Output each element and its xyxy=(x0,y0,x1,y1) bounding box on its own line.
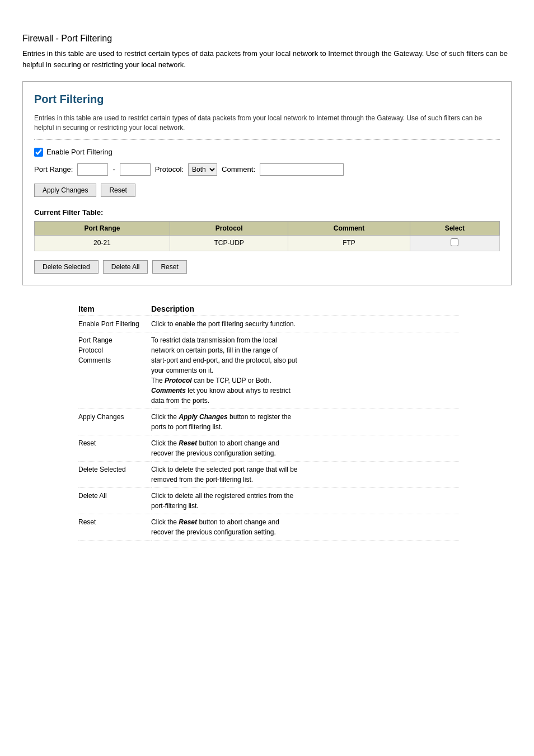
col-port-range: Port Range xyxy=(35,221,170,235)
desc-row-delete-selected: Delete Selected Click to delete the sele… xyxy=(78,461,459,487)
comment-label: Comment: xyxy=(222,165,255,173)
cell-port-range: 20-21 xyxy=(35,235,170,251)
cell-protocol: TCP-UDP xyxy=(170,235,288,251)
desc-item-apply: Apply Changes xyxy=(78,408,151,435)
port-range-label: Port Range: xyxy=(34,165,73,173)
current-filter-label: Current Filter Table: xyxy=(34,208,500,217)
delete-selected-button[interactable]: Delete Selected xyxy=(34,260,99,274)
protocol-select[interactable]: Both TCP UDP xyxy=(188,163,217,176)
filter-table: Port Range Protocol Comment Select 20-21… xyxy=(34,221,500,251)
desc-desc-reset1: Click the Reset button to abort change a… xyxy=(151,435,459,461)
col-select: Select xyxy=(410,221,499,235)
port-end-input[interactable] xyxy=(120,163,151,176)
panel-desc: Entries in this table are used to restri… xyxy=(34,114,500,140)
desc-row-portrange: Port RangeProtocolComments To restrict d… xyxy=(78,332,459,408)
desc-desc-reset2: Click the Reset button to abort change a… xyxy=(151,514,459,540)
bottom-btn-row: Delete Selected Delete All Reset xyxy=(34,260,500,274)
desc-item-portrange: Port RangeProtocolComments xyxy=(78,332,151,408)
comment-input[interactable] xyxy=(260,163,344,176)
reset-bold-2: Reset xyxy=(179,518,197,526)
port-range-row: Port Range: - Protocol: Both TCP UDP Com… xyxy=(34,163,500,176)
desc-desc-delete-selected: Click to delete the selected port range … xyxy=(151,461,459,487)
reset-button[interactable]: Reset xyxy=(101,184,135,197)
col-comment: Comment xyxy=(288,221,410,235)
desc-desc-delete-all: Click to delete all the registered entri… xyxy=(151,487,459,514)
port-filtering-panel: Port Filtering Entries in this table are… xyxy=(22,81,512,285)
protocol-label: Protocol: xyxy=(155,165,184,173)
desc-desc-apply: Click the Apply Changes button to regist… xyxy=(151,408,459,435)
col-protocol: Protocol xyxy=(170,221,288,235)
apply-changes-bold: Apply Changes xyxy=(179,413,227,421)
desc-item-delete-all: Delete All xyxy=(78,487,151,514)
comments-bold: Comments xyxy=(151,387,186,395)
port-range-dash: - xyxy=(113,165,115,173)
reset-bold-1: Reset xyxy=(179,439,197,447)
top-btn-row: Apply Changes Reset xyxy=(34,184,500,197)
desc-item-reset2: Reset xyxy=(78,514,151,540)
desc-row-reset2: Reset Click the Reset button to abort ch… xyxy=(78,514,459,540)
table-row: 20-21 TCP-UDP FTP xyxy=(35,235,500,251)
page-description: Entries in this table are used to restri… xyxy=(22,48,512,70)
description-table-container: Item Description Enable Port Filtering C… xyxy=(78,302,512,541)
panel-title: Port Filtering xyxy=(34,93,500,106)
desc-row-enable: Enable Port Filtering Click to enable th… xyxy=(78,316,459,332)
desc-col-description: Description xyxy=(151,302,459,316)
desc-col-item: Item xyxy=(78,302,151,316)
page-title: Firewall - Port Filtering xyxy=(22,34,512,44)
desc-row-apply: Apply Changes Click the Apply Changes bu… xyxy=(78,408,459,435)
reset2-button[interactable]: Reset xyxy=(152,260,186,274)
enable-port-filtering-label: Enable Port Filtering xyxy=(46,148,113,156)
delete-all-button[interactable]: Delete All xyxy=(103,260,148,274)
enable-port-filtering-row: Enable Port Filtering xyxy=(34,148,500,157)
desc-desc-enable: Click to enable the port filtering secur… xyxy=(151,316,459,332)
desc-row-delete-all: Delete All Click to delete all the regis… xyxy=(78,487,459,514)
desc-item-delete-selected: Delete Selected xyxy=(78,461,151,487)
cell-comment: FTP xyxy=(288,235,410,251)
cell-select xyxy=(410,235,499,251)
desc-item-enable: Enable Port Filtering xyxy=(78,316,151,332)
row-select-checkbox[interactable] xyxy=(451,238,458,246)
protocol-bold: Protocol xyxy=(165,377,192,384)
desc-item-reset1: Reset xyxy=(78,435,151,461)
desc-desc-portrange: To restrict data transmission from the l… xyxy=(151,332,459,408)
port-start-input[interactable] xyxy=(77,163,108,176)
desc-row-reset1: Reset Click the Reset button to abort ch… xyxy=(78,435,459,461)
description-table: Item Description Enable Port Filtering C… xyxy=(78,302,459,541)
apply-changes-button[interactable]: Apply Changes xyxy=(34,184,96,197)
enable-port-filtering-checkbox[interactable] xyxy=(34,148,43,157)
